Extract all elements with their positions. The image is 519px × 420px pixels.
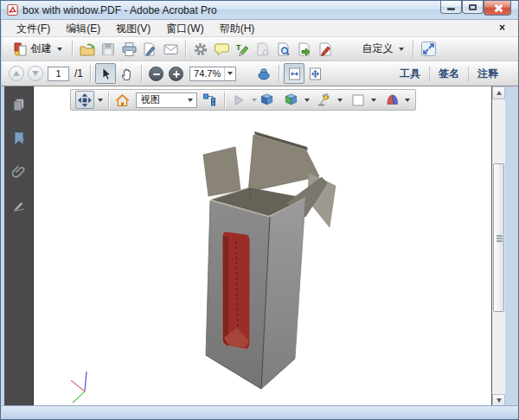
rotate-3d-icon [78,93,92,107]
zoom-out-button[interactable] [149,67,163,81]
close-button[interactable] [484,1,511,16]
default-view-button[interactable] [113,91,132,109]
axis-z-icon [73,391,85,403]
zoom-level-value: 74.7% [190,68,224,79]
vertical-scrollbar[interactable] [491,86,505,407]
create-pdf-icon [13,41,29,57]
3d-viewport[interactable] [34,86,491,407]
next-page-button[interactable] [28,66,43,81]
box-left-flap [203,147,240,196]
rotate-tool-button[interactable] [75,91,94,109]
minimize-button[interactable] [440,1,462,14]
highlight-text-button[interactable]: T [232,39,253,60]
separator [108,92,109,109]
fit-width-button[interactable] [284,63,304,84]
model-tree-icon [202,92,217,107]
open-file-icon [79,41,96,57]
rotate-tool-menu-button[interactable] [94,91,104,109]
view-caret-icon [188,99,193,102]
scrollbar-thumb[interactable] [493,163,504,312]
fit-page-button[interactable] [304,63,325,84]
background-caret-icon [371,99,376,102]
compose-button[interactable] [139,39,160,60]
email-button[interactable] [160,39,181,60]
export-page-icon [297,41,312,57]
acrobat-pdf-icon [7,4,18,16]
content-area: 视图 [4,86,506,407]
search-page-icon [276,41,292,57]
menu-help[interactable]: 帮助(H) [212,20,263,37]
maximize-button[interactable] [462,1,484,14]
background-menu-button[interactable] [368,91,377,109]
play-menu-button[interactable] [248,91,258,109]
scroll-up-button[interactable] [492,86,505,99]
zoom-level-select[interactable]: 74.7% [189,67,236,81]
hand-tool-button[interactable] [116,63,137,84]
ink-3d-tool-button[interactable] [253,63,274,84]
create-pdf-button[interactable]: 创建 [7,39,67,60]
previous-page-button[interactable] [9,66,24,81]
page-number-input[interactable]: 1 [48,67,69,81]
open-file-button[interactable] [77,39,98,60]
export-button[interactable] [294,39,315,60]
play-caret-icon [252,99,257,102]
scrollbar-grip [497,235,503,237]
play-icon [232,93,246,107]
section-caret-icon [405,99,410,102]
select-tool-button[interactable] [95,63,116,84]
cube-blue-icon [260,92,274,107]
document-page[interactable]: 视图 [34,86,491,407]
menu-view[interactable]: 视图(V) [108,20,158,37]
minimize-icon [447,8,455,10]
svg-text:T: T [236,43,241,52]
separator [224,92,225,109]
bookmarks-button[interactable] [8,127,30,150]
view-selector[interactable]: 视图 [136,92,197,108]
axis-y-icon [85,372,86,391]
delete-page-button[interactable] [253,39,273,60]
menu-bar: 文件(F) 编辑(E) 视图(V) 窗口(W) 帮助(H) × [2,20,519,37]
menu-edit[interactable]: 编辑(E) [58,20,108,37]
comment-bubble-icon [214,41,230,57]
panel-buttons: 工具 签名 注释 [391,61,507,86]
zoom-in-button[interactable] [169,67,183,81]
menu-window[interactable]: 窗口(W) [158,20,211,37]
primary-toolbar: 创建 [2,37,519,61]
tools-panel-button[interactable]: 工具 [391,67,429,81]
delete-page-icon [255,41,271,57]
light-lamp-icon [317,92,332,107]
select-tool-icon [99,67,112,81]
lighting-menu-button[interactable] [334,91,343,109]
projection-button[interactable] [258,91,277,109]
comment-panel-button[interactable]: 注释 [469,67,507,81]
render-mode-menu-button[interactable] [301,91,311,109]
search-page-button[interactable] [273,39,294,60]
attachments-button[interactable] [8,161,30,183]
lighting-button[interactable] [315,91,334,109]
signatures-button[interactable] [8,194,30,217]
settings-button[interactable] [190,39,211,60]
play-animation-button[interactable] [229,91,248,109]
background-color-button[interactable] [349,91,368,109]
customize-button[interactable]: 自定义 [355,39,408,60]
customize-label: 自定义 [360,41,396,56]
fullscreen-button[interactable] [418,39,439,60]
email-icon [163,41,179,57]
menubar-close-icon[interactable]: × [499,22,505,34]
comment-button[interactable] [211,39,232,60]
menu-file[interactable]: 文件(F) [9,20,58,37]
render-mode-button[interactable] [282,91,301,109]
gear-icon [193,41,208,57]
page-thumbnails-button[interactable] [8,93,30,116]
cross-section-menu-button[interactable] [401,91,411,109]
sign-panel-button[interactable]: 签名 [430,67,468,81]
background-color-icon [351,93,365,107]
attachments-icon [11,164,27,180]
save-button[interactable] [98,39,119,60]
print-button[interactable] [119,39,139,60]
print-icon [121,41,138,57]
fullscreen-icon [420,41,437,57]
forms-button[interactable] [315,39,336,60]
cross-section-button[interactable] [382,91,401,109]
model-tree-button[interactable] [201,91,220,109]
